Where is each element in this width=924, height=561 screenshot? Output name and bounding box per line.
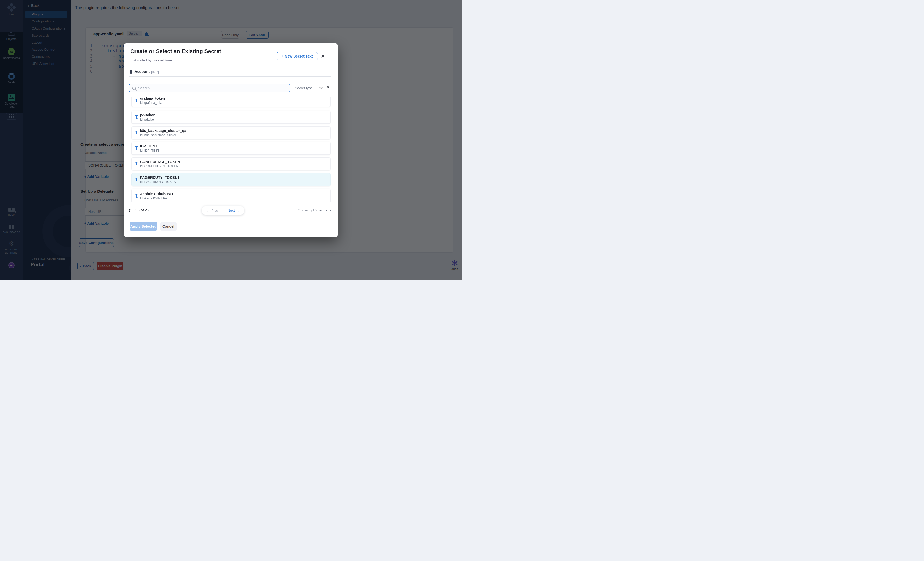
dialog-subtitle: List sorted by created time (130, 58, 172, 62)
secret-name: Aashrit-Github-PAT (140, 192, 174, 196)
divider (129, 218, 332, 218)
arrow-left-icon: ← (206, 209, 210, 212)
text-secret-icon: T (135, 130, 139, 136)
secret-row-idp-test[interactable]: T IDP_TESTId: IDP_TEST (131, 142, 331, 155)
secret-id: Id: CONFLUENCE_TOKEN (140, 164, 180, 168)
pagination-controls: ←Prev Next→ (202, 206, 244, 215)
search-icon (132, 87, 135, 90)
text-secret-icon: T (135, 145, 139, 151)
secret-type-select[interactable]: Text (317, 86, 324, 90)
secret-name: grafana_token (140, 97, 165, 101)
secret-id: Id: grafana_token (140, 101, 165, 105)
next-page-button[interactable]: Next→ (223, 206, 244, 215)
prev-label: Prev (211, 209, 219, 212)
secret-search-box (129, 84, 290, 92)
tab-label: Account (135, 69, 150, 74)
select-secret-dialog: Create or Select an Existing Secret List… (124, 44, 338, 237)
pagination-range: (1 - 10) of 25 (129, 208, 148, 212)
page-size-info: Showing 10 per page (298, 208, 332, 212)
secret-name: pd-token (140, 113, 155, 117)
cancel-button[interactable]: Cancel (160, 222, 177, 230)
tab-scope-label: [IDP] (151, 70, 159, 74)
secret-id: Id: AashritGithubPAT (140, 197, 174, 200)
arrow-right-icon: → (236, 209, 240, 212)
text-secret-icon: T (135, 193, 139, 199)
close-icon[interactable]: ✕ (321, 53, 325, 59)
layers-icon (129, 70, 133, 74)
text-secret-icon: T (135, 114, 139, 120)
secret-id: Id: pdtoken (140, 117, 155, 121)
secret-name: k8s_backstage_cluster_qa (140, 129, 186, 133)
secret-type-label: Secret type (295, 86, 313, 90)
secret-name: CONFLUENCE_TOKEN (140, 160, 180, 164)
secret-id: Id: k8s_backstage_cluster (140, 133, 186, 137)
secret-row-pagerduty-token1-selected[interactable]: T PAGERDUTY_TOKEN1Id: PAGERDUTY_TOKEN1 (131, 173, 331, 186)
secret-name: PAGERDUTY_TOKEN1 (140, 175, 179, 180)
secret-row-k8s-backstage-cluster-qa[interactable]: T k8s_backstage_cluster_qaId: k8s_backst… (131, 126, 331, 139)
secret-id: Id: IDP_TEST (140, 149, 159, 152)
new-secret-text-button[interactable]: + New Secret Text (277, 52, 318, 60)
tab-account-idp[interactable]: Account [IDP] (129, 69, 159, 74)
chevron-down-icon[interactable]: ∨ (327, 85, 329, 89)
prev-page-button[interactable]: ←Prev (202, 206, 223, 215)
secret-row-aashrit-github-pat[interactable]: T Aashrit-Github-PATId: AashritGithubPAT (131, 189, 331, 202)
secret-id: Id: PAGERDUTY_TOKEN1 (140, 180, 179, 184)
secret-row-pd-token[interactable]: T pd-tokenId: pdtoken (131, 111, 331, 124)
secret-name: IDP_TEST (140, 144, 159, 148)
next-label: Next (228, 209, 235, 212)
apply-selected-button[interactable]: Apply Selected (129, 222, 157, 230)
text-secret-icon: T (135, 177, 139, 182)
text-secret-icon: T (135, 98, 139, 103)
search-input[interactable] (138, 86, 279, 90)
secret-list: T grafana_tokenId: grafana_token T pd-to… (124, 97, 338, 202)
secret-row-grafana-token[interactable]: T grafana_tokenId: grafana_token (131, 97, 331, 107)
divider (129, 76, 332, 77)
dialog-title: Create or Select an Existing Secret (130, 48, 221, 54)
secret-row-confluence-token[interactable]: T CONFLUENCE_TOKENId: CONFLUENCE_TOKEN (131, 157, 331, 170)
text-secret-icon: T (135, 161, 139, 167)
